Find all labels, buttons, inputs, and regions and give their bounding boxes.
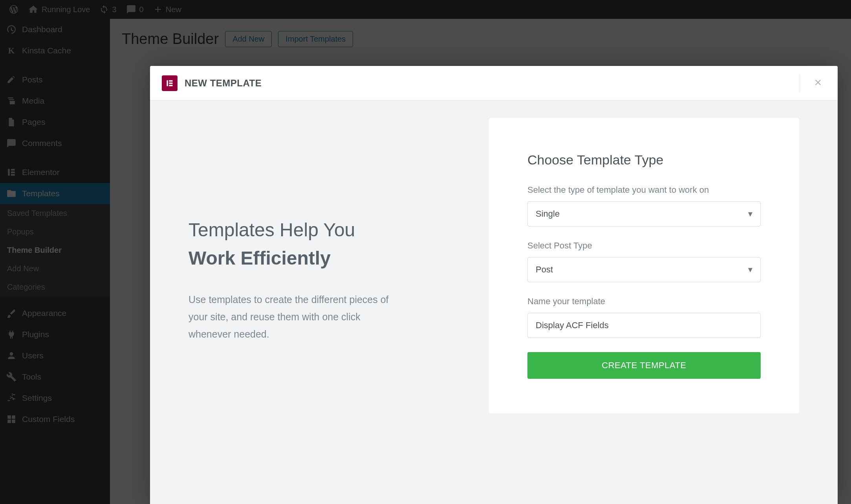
close-icon bbox=[813, 78, 823, 89]
template-type-select[interactable]: Single ▾ bbox=[527, 201, 761, 226]
hero-line1: Templates Help You bbox=[189, 216, 473, 244]
svg-rect-4 bbox=[167, 80, 168, 86]
create-template-button[interactable]: CREATE TEMPLATE bbox=[527, 352, 761, 379]
post-type-label: Select Post Type bbox=[527, 241, 761, 251]
modal-body: Templates Help You Work Efficiently Use … bbox=[150, 100, 838, 431]
post-type-value: Post bbox=[536, 265, 553, 275]
template-type-value: Single bbox=[536, 209, 560, 219]
template-type-label: Select the type of template you want to … bbox=[527, 185, 761, 195]
modal-header: NEW TEMPLATE bbox=[150, 66, 838, 100]
svg-rect-6 bbox=[169, 82, 172, 84]
caret-down-icon: ▾ bbox=[748, 265, 752, 275]
modal-title: NEW TEMPLATE bbox=[185, 78, 262, 89]
new-template-modal: NEW TEMPLATE Templates Help You Work Eff… bbox=[150, 66, 838, 504]
template-name-label: Name your template bbox=[527, 296, 761, 307]
close-button[interactable] bbox=[800, 74, 826, 93]
hero-title: Templates Help You Work Efficiently bbox=[189, 216, 473, 272]
post-type-select[interactable]: Post ▾ bbox=[527, 257, 761, 282]
template-form: Choose Template Type Select the type of … bbox=[489, 118, 799, 413]
form-title: Choose Template Type bbox=[527, 152, 761, 168]
svg-rect-7 bbox=[169, 85, 172, 86]
modal-hero: Templates Help You Work Efficiently Use … bbox=[189, 118, 473, 413]
template-name-input[interactable] bbox=[527, 313, 761, 338]
hero-line2: Work Efficiently bbox=[189, 244, 473, 272]
caret-down-icon: ▾ bbox=[748, 209, 752, 219]
svg-rect-5 bbox=[169, 80, 172, 81]
elementor-logo-icon bbox=[162, 75, 178, 91]
hero-description: Use templates to create the different pi… bbox=[189, 291, 393, 343]
